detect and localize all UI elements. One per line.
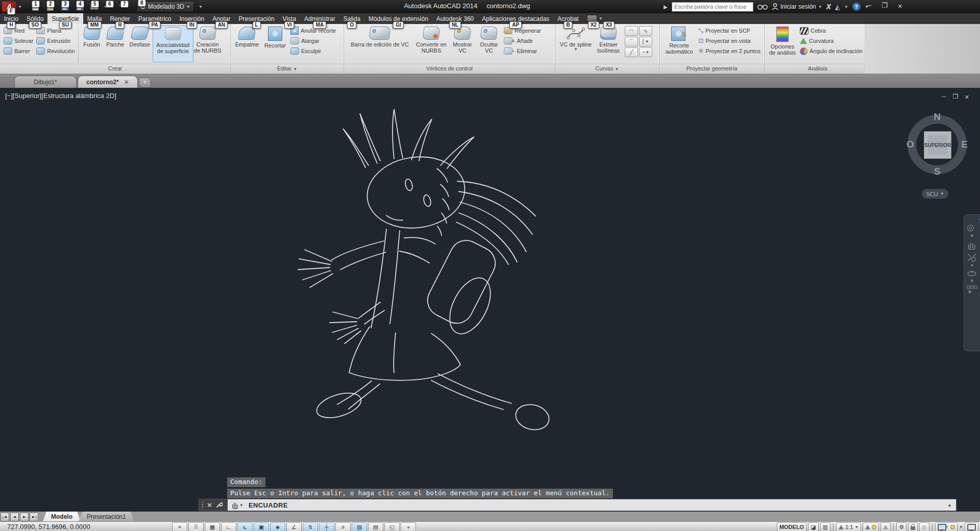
autodesk360-icon[interactable]: ◭ — [835, 3, 840, 11]
extrusion-button[interactable]: Extrusión — [35, 36, 76, 46]
object-snap-toggle[interactable]: ▣ — [254, 522, 269, 531]
proyectar-vista-button[interactable]: ⊡Proyectar en vista — [697, 36, 762, 46]
next-layout-button[interactable]: ► — [20, 513, 29, 521]
tab-autodesk360[interactable]: Autodesk 360NL — [432, 13, 478, 24]
zoom-icon[interactable] — [967, 253, 977, 262]
auto-annotation-scale-button[interactable] — [880, 522, 891, 531]
vc-spline-button[interactable]: VC de spline ▼ — [557, 26, 594, 62]
revolucion-button[interactable]: Revolución — [35, 46, 76, 56]
chevron-down-icon[interactable]: ▼ — [239, 503, 243, 508]
panel-title[interactable]: Crear — [0, 64, 230, 73]
anadir-button[interactable]: +Añadir — [502, 36, 543, 46]
desfase-button[interactable]: Desfase — [127, 26, 153, 62]
tab-superficie[interactable]: SuperficieSU — [47, 13, 83, 24]
showmotion-icon[interactable] — [967, 285, 978, 294]
ucs-menu-button[interactable]: SCU ▼ — [922, 189, 948, 199]
spline-fit-button[interactable]: ⌒ — [625, 37, 638, 46]
chevron-down-icon[interactable]: ▼ — [970, 278, 974, 283]
close-button[interactable]: × — [898, 2, 902, 10]
panel-title[interactable]: Proyectar geometría — [659, 64, 764, 73]
compass-west-label[interactable]: O — [906, 139, 914, 150]
blend-curve-button[interactable]: ◠ — [625, 26, 638, 36]
file-tab-dibujo1[interactable]: Dibujo1* — [14, 76, 77, 88]
convertir-nurbs-button[interactable]: Convertir en NURBS — [413, 26, 449, 62]
recorte-automatico-toggle[interactable]: ⊕↯ Recorte automático — [662, 26, 697, 62]
quick-properties-toggle[interactable]: ▤ — [368, 522, 383, 531]
selection-cycling-toggle[interactable]: ◱ — [384, 522, 400, 531]
chevron-down-icon[interactable]: ▼ — [970, 263, 974, 268]
tab-modulos[interactable]: Módulos de extensiónGI — [364, 13, 432, 24]
compass-north-label[interactable]: N — [934, 111, 941, 123]
parche-button[interactable]: Parche — [104, 26, 127, 62]
drag-grip-icon[interactable] — [202, 501, 204, 509]
sign-in-button[interactable]: Iniciar sesión ▼ — [772, 3, 822, 10]
workspace-settings-button[interactable]: ⚙ — [896, 522, 906, 531]
tab-parametrico[interactable]: ParamétricoPA — [134, 13, 176, 24]
ribbon-display-options-button[interactable]: ▼ X2 X3 — [587, 13, 603, 24]
proyectar-scp-button[interactable]: ⤡Proyectar en SCP — [697, 26, 762, 36]
tab-inicio[interactable]: InicioH — [0, 13, 22, 24]
3d-object-snap-toggle[interactable]: ◈ — [270, 522, 285, 531]
tab-aplicaciones[interactable]: Aplicaciones destacadasAP — [478, 13, 553, 24]
pan-hand-icon[interactable] — [967, 240, 977, 250]
transparency-toggle[interactable]: ▨ — [352, 522, 367, 531]
pan-command-icon[interactable] — [231, 501, 239, 509]
tab-acrobat[interactable]: AcrobatB — [553, 13, 582, 24]
tab-render[interactable]: RenderR — [106, 13, 134, 24]
angulo-inclinacion-button[interactable]: Ángulo de inclinación — [798, 46, 864, 56]
tab-vista[interactable]: VistaVI — [279, 13, 300, 24]
app-menu-button[interactable]: A ▼ F — [2, 1, 26, 13]
model-icon-button[interactable]: ◪ — [808, 522, 818, 531]
annotation-monitor-toggle[interactable]: ＋ — [401, 522, 416, 531]
new-drawing-button[interactable]: 1 — [30, 1, 41, 12]
line-button[interactable]: ╱ — [625, 47, 638, 57]
tab-administrar[interactable]: AdministrarMA — [300, 13, 339, 24]
search-binoculars-icon[interactable] — [757, 3, 768, 10]
save-as-button[interactable]: 4 — [74, 1, 85, 12]
mostrar-vc-button[interactable]: Mostrar VC — [449, 26, 476, 62]
creacion-nurbs-toggle[interactable]: Creación de NURBS — [193, 26, 222, 62]
panel-title[interactable]: Editar ▼ — [231, 64, 344, 73]
exchange-apps-icon[interactable]: X — [826, 3, 831, 11]
grid-display-toggle[interactable]: ▦ — [205, 522, 220, 531]
steering-wheel-button[interactable]: ◍ — [919, 522, 929, 531]
qat-customize-button[interactable]: ▼ — [199, 5, 203, 9]
prev-layout-button[interactable]: ◄ — [10, 513, 19, 521]
arc-button[interactable]: ⌈▼ — [639, 37, 652, 46]
empalme-button[interactable]: Empalme — [233, 26, 261, 62]
panel-title[interactable]: Curvas ▼ — [555, 64, 659, 73]
model-space-button[interactable]: MODELO — [777, 522, 806, 531]
viewcube-top-face[interactable]: SUPERIOR — [924, 131, 951, 159]
compass-east-label[interactable]: E — [961, 139, 968, 150]
dynamic-input-toggle[interactable]: ┼ — [319, 522, 334, 531]
annotation-visibility-button[interactable] — [863, 522, 879, 531]
recortar-button[interactable]: ⊕Recortar — [261, 26, 289, 62]
plot-button[interactable]: 5 — [89, 1, 100, 12]
layout1-tab[interactable]: Presentación1 — [79, 512, 134, 521]
tab-salida[interactable]: SalidaO — [339, 13, 364, 24]
hardware-acceleration-button[interactable]: ✓ — [935, 522, 958, 531]
alargar-button[interactable]: Alargar — [289, 36, 337, 46]
save-button[interactable]: 3 — [59, 1, 70, 12]
last-layout-button[interactable]: ►| — [30, 513, 38, 521]
chevron-down-icon[interactable]: ▼ — [970, 233, 974, 238]
layout-icon-button[interactable]: ▥ — [820, 522, 830, 531]
snap-mode-toggle[interactable]: ⠿ — [188, 522, 204, 531]
curvatura-button[interactable]: Curvatura — [798, 36, 864, 46]
viewport-controls-label[interactable]: [−][Superior][Estructura alámbrica 2D] — [5, 92, 116, 100]
opciones-analisis-button[interactable]: Opciones de análisis — [767, 26, 798, 62]
file-tab-contorno2[interactable]: contorno2*✕ — [78, 76, 138, 88]
drawing-viewport[interactable]: [−][Superior][Estructura alámbrica 2D] ─… — [0, 88, 980, 512]
restore-button[interactable]: ❐ — [881, 2, 888, 10]
annotation-scale-button[interactable]: 1:1▼ — [836, 522, 861, 531]
fusion-button[interactable]: Fusión — [80, 26, 104, 62]
regenerar-button[interactable]: Regenerar — [502, 26, 543, 36]
panel-title[interactable]: Análisis — [765, 64, 871, 73]
extraer-isolineas-button[interactable]: Extraer Isolíneas — [594, 26, 623, 62]
redo-button[interactable]: ↷▼7 — [118, 1, 130, 12]
infer-constraints-toggle[interactable]: ⌖ — [172, 522, 187, 531]
doc-restore-button[interactable]: ❐ — [953, 93, 959, 101]
compass-south-label[interactable]: S — [934, 166, 941, 177]
collapse-arrow-icon[interactable]: ▶ — [664, 4, 668, 10]
expand-history-arrow[interactable]: ▲ — [947, 502, 952, 508]
